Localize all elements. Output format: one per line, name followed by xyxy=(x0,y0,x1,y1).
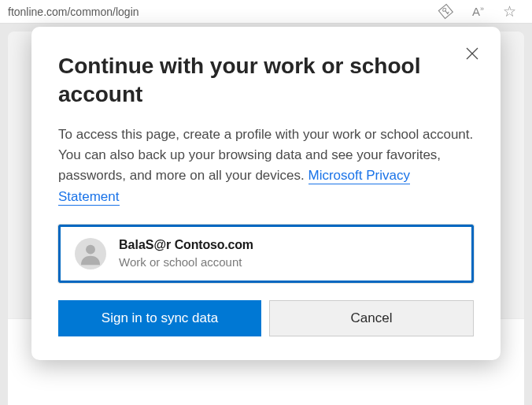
account-card[interactable]: BalaS@r Contoso.com Work or school accou… xyxy=(58,225,474,283)
avatar xyxy=(75,238,106,269)
close-icon xyxy=(465,46,479,61)
cancel-button[interactable]: Cancel xyxy=(269,300,474,336)
key-icon[interactable]: ⚿ xyxy=(437,1,457,21)
dialog-body-text: To access this page, create a profile wi… xyxy=(58,127,473,184)
toolbar-icons: ⚿ A» ☆ xyxy=(440,2,516,20)
svg-point-2 xyxy=(86,245,95,255)
text-size-icon[interactable]: A» xyxy=(472,5,484,18)
signin-button[interactable]: Sign in to sync data xyxy=(58,300,261,336)
favorite-icon[interactable]: ☆ xyxy=(503,2,516,20)
person-icon xyxy=(77,240,104,267)
email-domain: Contoso.com xyxy=(175,238,253,251)
account-email: BalaS@r Contoso.com xyxy=(119,237,253,254)
url-text: ftonline.com/common/login xyxy=(8,6,139,18)
account-info: BalaS@r Contoso.com Work or school accou… xyxy=(119,237,253,269)
signin-dialog: Continue with your work or school accoun… xyxy=(31,27,501,360)
dialog-title: Continue with your work or school accoun… xyxy=(58,52,474,109)
email-prefix: BalaS@r xyxy=(119,238,171,251)
address-bar: ftonline.com/common/login ⚿ A» ☆ xyxy=(0,0,532,24)
close-button[interactable] xyxy=(461,43,483,65)
account-type: Work or school account xyxy=(119,255,253,270)
button-row: Sign in to sync data Cancel xyxy=(58,300,474,336)
dialog-body: To access this page, create a profile wi… xyxy=(58,124,474,207)
